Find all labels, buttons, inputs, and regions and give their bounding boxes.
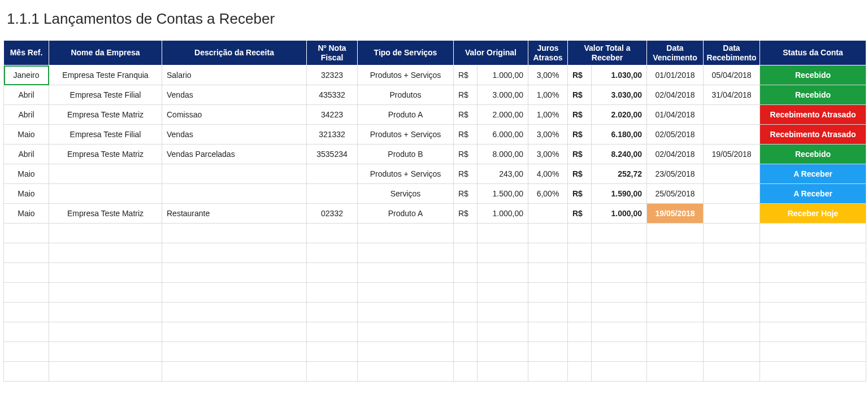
table-row[interactable]: MaioProdutos + ServiçosR$243,004,00%R$25…: [4, 164, 866, 184]
cell-juros[interactable]: [528, 204, 568, 224]
cell-status[interactable]: Recebimento Atrasado: [760, 105, 866, 125]
cell-empty[interactable]: [704, 224, 760, 243]
cell-empty[interactable]: [454, 224, 478, 243]
cell-empty[interactable]: [704, 263, 760, 283]
cell-empty[interactable]: [647, 243, 704, 263]
cell-empty[interactable]: [568, 283, 592, 303]
cell-empty[interactable]: [647, 362, 704, 382]
cell-empty[interactable]: [162, 283, 307, 303]
cell-empty[interactable]: [49, 263, 162, 283]
cell-empty[interactable]: [307, 224, 358, 243]
cell-nota[interactable]: 02332: [307, 204, 358, 224]
cell-empty[interactable]: [162, 322, 307, 342]
cell-valor-currency[interactable]: R$: [454, 204, 478, 224]
col-vencimento[interactable]: DataVencimento: [647, 41, 704, 65]
cell-empty[interactable]: [592, 243, 647, 263]
cell-valor[interactable]: 1.000,00: [478, 204, 528, 224]
col-recebimento[interactable]: DataRecebimento: [704, 41, 760, 65]
table-row-empty[interactable]: [4, 322, 866, 342]
cell-empty[interactable]: [647, 342, 704, 362]
cell-valor-currency[interactable]: R$: [454, 125, 478, 145]
cell-empty[interactable]: [49, 243, 162, 263]
cell-status[interactable]: Recebido: [760, 85, 866, 105]
cell-empty[interactable]: [358, 243, 454, 263]
cell-empty[interactable]: [528, 322, 568, 342]
cell-empty[interactable]: [528, 342, 568, 362]
cell-empty[interactable]: [568, 303, 592, 322]
cell-total[interactable]: 2.020,00: [592, 105, 647, 125]
cell-nota[interactable]: 34223: [307, 105, 358, 125]
cell-tipo[interactable]: Produtos + Serviços: [358, 125, 454, 145]
cell-empty[interactable]: [528, 283, 568, 303]
cell-empty[interactable]: [528, 303, 568, 322]
cell-total-currency[interactable]: R$: [568, 164, 592, 184]
cell-empresa[interactable]: Empresa Teste Filial: [49, 125, 162, 145]
cell-empresa[interactable]: [49, 164, 162, 184]
cell-empty[interactable]: [454, 283, 478, 303]
cell-empty[interactable]: [760, 263, 866, 283]
cell-empty[interactable]: [307, 283, 358, 303]
cell-valor[interactable]: 8.000,00: [478, 145, 528, 164]
cell-empty[interactable]: [478, 303, 528, 322]
cell-empty[interactable]: [704, 243, 760, 263]
cell-empty[interactable]: [592, 283, 647, 303]
cell-total-currency[interactable]: R$: [568, 184, 592, 204]
cell-empty[interactable]: [49, 362, 162, 382]
col-total[interactable]: Valor Total aReceber: [568, 41, 647, 65]
cell-empty[interactable]: [307, 243, 358, 263]
cell-mes[interactable]: Maio: [4, 164, 49, 184]
cell-empty[interactable]: [647, 283, 704, 303]
cell-nota[interactable]: 321332: [307, 125, 358, 145]
cell-empresa[interactable]: Empresa Teste Matriz: [49, 204, 162, 224]
cell-tipo[interactable]: Produto B: [358, 145, 454, 164]
cell-empty[interactable]: [592, 362, 647, 382]
cell-empty[interactable]: [704, 283, 760, 303]
cell-empty[interactable]: [358, 322, 454, 342]
cell-empty[interactable]: [307, 342, 358, 362]
cell-empty[interactable]: [454, 303, 478, 322]
cell-empty[interactable]: [4, 322, 49, 342]
cell-recebimento[interactable]: 31/04/2018: [704, 85, 760, 105]
cell-total-currency[interactable]: R$: [568, 65, 592, 85]
cell-empty[interactable]: [704, 303, 760, 322]
cell-empty[interactable]: [162, 303, 307, 322]
cell-juros[interactable]: 1,00%: [528, 105, 568, 125]
cell-mes[interactable]: Abril: [4, 85, 49, 105]
cell-empty[interactable]: [760, 243, 866, 263]
cell-empty[interactable]: [568, 362, 592, 382]
cell-descricao[interactable]: Vendas: [162, 125, 307, 145]
cell-empty[interactable]: [528, 224, 568, 243]
cell-vencimento[interactable]: 02/04/2018: [647, 145, 704, 164]
cell-total-currency[interactable]: R$: [568, 145, 592, 164]
table-row[interactable]: AbrilEmpresa Teste MatrizVendas Parcelad…: [4, 145, 866, 164]
cell-empty[interactable]: [358, 342, 454, 362]
cell-empty[interactable]: [568, 263, 592, 283]
cell-mes[interactable]: Abril: [4, 105, 49, 125]
cell-recebimento[interactable]: [704, 125, 760, 145]
cell-recebimento[interactable]: [704, 184, 760, 204]
cell-empty[interactable]: [358, 362, 454, 382]
cell-valor-currency[interactable]: R$: [454, 105, 478, 125]
cell-empty[interactable]: [4, 362, 49, 382]
cell-total[interactable]: 1.030,00: [592, 65, 647, 85]
cell-empty[interactable]: [704, 322, 760, 342]
cell-empty[interactable]: [568, 243, 592, 263]
cell-valor[interactable]: 6.000,00: [478, 125, 528, 145]
table-row-empty[interactable]: [4, 342, 866, 362]
table-row[interactable]: AbrilEmpresa Teste FilialVendas435332Pro…: [4, 85, 866, 105]
cell-tipo[interactable]: Produtos + Serviços: [358, 164, 454, 184]
cell-empty[interactable]: [162, 263, 307, 283]
cell-empty[interactable]: [4, 243, 49, 263]
col-tipo[interactable]: Tipo de Serviços: [358, 41, 454, 65]
cell-empty[interactable]: [478, 322, 528, 342]
col-empresa[interactable]: Nome da Empresa: [49, 41, 162, 65]
cell-empty[interactable]: [49, 224, 162, 243]
cell-mes[interactable]: Janeiro: [4, 65, 49, 85]
table-row[interactable]: AbrilEmpresa Teste MatrizComissao34223Pr…: [4, 105, 866, 125]
cell-empty[interactable]: [478, 362, 528, 382]
cell-empty[interactable]: [760, 303, 866, 322]
cell-juros[interactable]: 3,00%: [528, 65, 568, 85]
cell-tipo[interactable]: Serviços: [358, 184, 454, 204]
cell-empty[interactable]: [528, 263, 568, 283]
table-row[interactable]: MaioEmpresa Teste MatrizRestaurante02332…: [4, 204, 866, 224]
